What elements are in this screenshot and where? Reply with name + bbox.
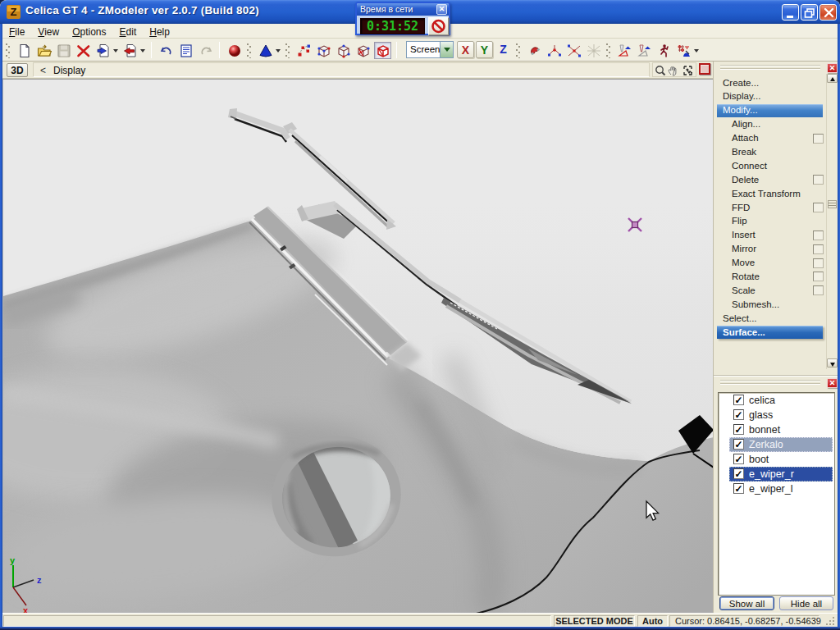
object-visibility-checkbox[interactable]: ✓ bbox=[733, 409, 744, 420]
commands-scrollbar[interactable] bbox=[826, 74, 837, 369]
object-visibility-checkbox[interactable]: ✓ bbox=[733, 439, 744, 450]
material-editor-button[interactable] bbox=[226, 42, 243, 59]
object-row-Zerkalo[interactable]: ✓Zerkalo bbox=[719, 437, 833, 452]
command-submesh[interactable]: Submesh... bbox=[717, 298, 825, 312]
objects-list[interactable]: ✓celica✓glass✓bonnet✓Zerkalo✓boot✓e_wipe… bbox=[718, 392, 835, 596]
command-attach[interactable]: Attach bbox=[717, 132, 825, 146]
close-button[interactable] bbox=[819, 4, 837, 21]
resize-grip[interactable] bbox=[825, 616, 836, 626]
object-row-celica[interactable]: ✓celica bbox=[719, 393, 833, 408]
save-button-disabled[interactable] bbox=[55, 42, 72, 59]
command-select[interactable]: Select... bbox=[717, 312, 825, 326]
menu-options[interactable]: Options bbox=[66, 25, 112, 39]
object-visibility-checkbox[interactable]: ✓ bbox=[733, 483, 744, 494]
object-row-e_wiper_r[interactable]: ✓e_wiper_r bbox=[719, 467, 833, 482]
snap-vertices-button-disabled[interactable] bbox=[585, 42, 602, 59]
scroll-up-icon[interactable] bbox=[827, 74, 838, 83]
object-row-e_wiper_l[interactable]: ✓e_wiper_l bbox=[719, 482, 833, 496]
faces-mode-button[interactable] bbox=[335, 42, 352, 59]
combo-dropdown-button[interactable] bbox=[440, 42, 453, 57]
command-insert[interactable]: Insert bbox=[717, 229, 825, 243]
redo-button-disabled[interactable] bbox=[197, 42, 214, 59]
object-visibility-checkbox[interactable]: ✓ bbox=[733, 468, 744, 479]
restore-button[interactable] bbox=[801, 4, 818, 21]
menu-view[interactable]: View bbox=[31, 25, 66, 39]
command-rotate[interactable]: Rotate bbox=[717, 270, 825, 284]
command-modify[interactable]: Modify... bbox=[717, 104, 825, 118]
history-list-button[interactable] bbox=[177, 42, 194, 59]
panel-drag-grip[interactable] bbox=[720, 380, 820, 386]
command-scale[interactable]: Scale bbox=[717, 284, 825, 298]
commands-panel-close-icon[interactable]: ✕ bbox=[827, 63, 838, 73]
status-auto-field[interactable]: Auto bbox=[637, 615, 668, 627]
command-flip[interactable]: Flip bbox=[717, 215, 825, 229]
command-delete[interactable]: Delete bbox=[717, 173, 825, 187]
timer-window[interactable]: Время в сети ✕ 0:31:52 bbox=[355, 2, 450, 35]
edges-mode-button[interactable] bbox=[315, 42, 332, 59]
menu-edit[interactable]: Edit bbox=[113, 25, 144, 39]
viewport-maximize-button[interactable] bbox=[699, 63, 710, 75]
panel-drag-grip[interactable] bbox=[720, 65, 820, 71]
axes-space-combo[interactable]: Screen bbox=[406, 41, 454, 58]
extrude-normal-button[interactable] bbox=[636, 42, 653, 59]
hide-all-button[interactable]: Hide all bbox=[779, 596, 833, 610]
import-dropdown-arrow[interactable] bbox=[112, 41, 120, 59]
primitives-dropdown-arrow[interactable] bbox=[275, 41, 282, 59]
objects-panel-close-icon[interactable]: ✕ bbox=[827, 378, 838, 388]
command-align[interactable]: Align... bbox=[717, 118, 825, 132]
timer-close-icon[interactable]: ✕ bbox=[436, 4, 447, 15]
command-break[interactable]: Break bbox=[717, 145, 825, 159]
command-checkbox[interactable] bbox=[813, 203, 824, 212]
animation-walk-button[interactable] bbox=[655, 42, 673, 59]
view-breadcrumb-bar[interactable]: < Display bbox=[33, 62, 650, 77]
toolbar-grip[interactable] bbox=[285, 42, 290, 58]
objects-mode-button-active[interactable] bbox=[374, 42, 391, 59]
command-checkbox[interactable] bbox=[813, 175, 824, 185]
command-checkbox[interactable] bbox=[813, 258, 824, 268]
toolbar-grip[interactable] bbox=[246, 42, 252, 58]
surface-tools-button[interactable] bbox=[675, 42, 692, 59]
axis-x-toggle[interactable]: X bbox=[457, 41, 474, 58]
object-visibility-checkbox[interactable]: ✓ bbox=[733, 454, 744, 464]
weld-vertices-button[interactable] bbox=[546, 42, 563, 59]
view-3d-tab[interactable]: 3D bbox=[7, 63, 28, 77]
object-row-boot[interactable]: ✓boot bbox=[719, 452, 833, 467]
command-connect[interactable]: Connect bbox=[717, 159, 825, 173]
snap-magnet-button[interactable] bbox=[526, 42, 543, 59]
show-all-button[interactable]: Show all bbox=[719, 596, 774, 610]
delete-button[interactable] bbox=[75, 42, 92, 59]
polygons-mode-button[interactable] bbox=[354, 42, 372, 59]
scroll-thumb[interactable] bbox=[828, 200, 837, 208]
import-button[interactable] bbox=[94, 42, 112, 59]
primitives-button[interactable] bbox=[257, 42, 274, 59]
extrude-tool-button[interactable] bbox=[616, 42, 633, 59]
tools-dropdown-arrow[interactable] bbox=[693, 41, 701, 59]
undo-button[interactable] bbox=[158, 42, 175, 59]
export-dropdown-arrow[interactable] bbox=[139, 41, 147, 59]
command-move[interactable]: Move bbox=[717, 257, 825, 271]
command-display[interactable]: Display... bbox=[717, 90, 825, 104]
timer-stop-button[interactable] bbox=[428, 17, 449, 35]
vertices-mode-button[interactable] bbox=[295, 42, 313, 59]
new-file-button[interactable] bbox=[16, 42, 33, 59]
open-file-button[interactable] bbox=[35, 42, 52, 59]
command-checkbox[interactable] bbox=[813, 244, 824, 254]
viewport-3d-scene[interactable]: y z x bbox=[3, 80, 713, 613]
command-checkbox[interactable] bbox=[813, 231, 824, 240]
object-row-glass[interactable]: ✓glass bbox=[719, 408, 833, 422]
toolbar-grip[interactable] bbox=[605, 42, 611, 58]
object-visibility-checkbox[interactable]: ✓ bbox=[733, 395, 744, 405]
command-exacttransform[interactable]: Exact Transform bbox=[717, 187, 825, 201]
timer-title-bar[interactable]: Время в сети ✕ bbox=[357, 3, 449, 16]
export-button[interactable] bbox=[121, 42, 139, 59]
command-surface[interactable]: Surface... bbox=[717, 326, 825, 340]
command-checkbox[interactable] bbox=[813, 134, 824, 144]
command-ffd[interactable]: FFD bbox=[717, 201, 825, 215]
breadcrumb-back-arrow[interactable]: < bbox=[40, 65, 46, 76]
axis-z-toggle[interactable]: Z bbox=[495, 41, 512, 58]
command-create[interactable]: Create... bbox=[717, 76, 825, 90]
menu-help[interactable]: Help bbox=[143, 25, 176, 39]
object-visibility-checkbox[interactable]: ✓ bbox=[733, 424, 744, 435]
command-checkbox[interactable] bbox=[813, 285, 824, 295]
toolbar-grip[interactable] bbox=[515, 42, 521, 58]
